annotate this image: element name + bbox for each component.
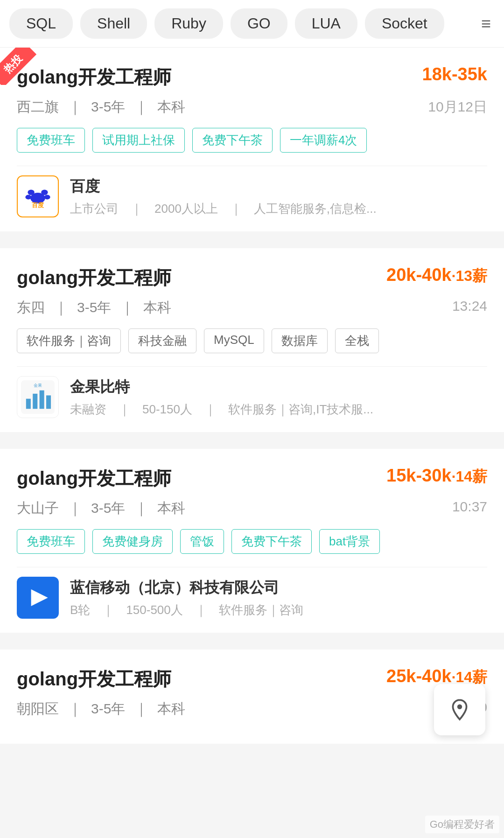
job-experience: 3-5年 bbox=[77, 298, 111, 317]
svg-text:金果: 金果 bbox=[34, 383, 42, 388]
job-title: golang开发工程师 bbox=[17, 265, 171, 291]
job-location: 大山子 bbox=[17, 499, 59, 518]
company-info: 金果比特 未融资 ｜ 50-150人 ｜ 软件服务｜咨询,IT技术服... bbox=[70, 377, 487, 418]
separator2: ｜ bbox=[120, 298, 134, 317]
company-logo bbox=[17, 577, 59, 619]
company-desc: 未融资 ｜ 50-150人 ｜ 软件服务｜咨询,IT技术服... bbox=[70, 401, 487, 418]
svg-rect-11 bbox=[46, 395, 51, 409]
job-education: 本科 bbox=[157, 499, 185, 518]
filter-tab-go[interactable]: GO bbox=[231, 8, 287, 39]
company-info: 百度 上市公司 ｜ 2000人以上 ｜ 人工智能服务,信息检... bbox=[70, 176, 487, 217]
svg-rect-9 bbox=[33, 394, 37, 409]
job-tag: 免费班车 bbox=[17, 128, 85, 153]
job-location: 东四 bbox=[17, 298, 45, 317]
job-experience: 3-5年 bbox=[91, 98, 125, 117]
job-title: golang开发工程师 bbox=[17, 64, 171, 90]
job-location: 西二旗 bbox=[17, 98, 59, 117]
job-tag: 软件服务｜咨询 bbox=[17, 328, 121, 353]
jobs-container: 热投 golang开发工程师 18k-35k 西二旗 ｜ 3-5年 ｜ 本科 1… bbox=[0, 48, 504, 744]
job-tag: 试用期上社保 bbox=[92, 128, 185, 153]
job-header: golang开发工程师 20k-40k·13薪 bbox=[17, 265, 487, 291]
job-tag: 一年调薪4次 bbox=[280, 128, 367, 153]
job-meta: 朝阳区 ｜ 3-5年 ｜ 本科 09:50 bbox=[17, 699, 487, 719]
separator: ｜ bbox=[68, 499, 82, 518]
job-tag: MySQL bbox=[204, 328, 264, 353]
job-experience: 3-5年 bbox=[91, 499, 125, 518]
watermark: Go编程爱好者 bbox=[425, 816, 499, 833]
separator: ｜ bbox=[54, 298, 68, 317]
filter-tab-lua[interactable]: LUA bbox=[295, 8, 357, 39]
job-tag: 数据库 bbox=[272, 328, 328, 353]
job-location: 朝阳区 bbox=[17, 699, 59, 719]
company-row: 金果 金果比特 未融资 ｜ 50-150人 ｜ 软件服务｜咨询,IT技术服... bbox=[17, 366, 487, 418]
filter-bar: SQLShellRubyGOLUASocket≡ bbox=[0, 0, 504, 48]
svg-text:百度: 百度 bbox=[32, 202, 44, 209]
company-desc: 上市公司 ｜ 2000人以上 ｜ 人工智能服务,信息检... bbox=[70, 201, 487, 217]
job-tags: 免费班车免费健身房管饭免费下午茶bat背景 bbox=[17, 529, 487, 554]
filter-tab-sql[interactable]: SQL bbox=[9, 8, 73, 39]
job-card-job3[interactable]: golang开发工程师 15k-30k·14薪 大山子 ｜ 3-5年 ｜ 本科 … bbox=[0, 449, 504, 633]
svg-point-2 bbox=[28, 190, 34, 196]
card-divider bbox=[0, 240, 504, 248]
filter-tab-ruby[interactable]: Ruby bbox=[154, 8, 223, 39]
job-date: 13:24 bbox=[452, 298, 487, 317]
company-info: 蓝信移动（北京）科技有限公司 B轮 ｜ 150-500人 ｜ 软件服务｜咨询 bbox=[70, 578, 487, 618]
company-row: 百度 百度 上市公司 ｜ 2000人以上 ｜ 人工智能服务,信息检... bbox=[17, 166, 487, 217]
job-card-job4[interactable]: golang开发工程师 25k-40k·14薪 朝阳区 ｜ 3-5年 ｜ 本科 … bbox=[0, 649, 504, 744]
job-meta: 西二旗 ｜ 3-5年 ｜ 本科 10月12日 bbox=[17, 98, 487, 117]
job-tag: 管饭 bbox=[180, 529, 224, 554]
job-header: golang开发工程师 15k-30k·14薪 bbox=[17, 466, 487, 491]
svg-rect-8 bbox=[26, 399, 31, 409]
job-title: golang开发工程师 bbox=[17, 666, 171, 692]
job-tag: 免费下午茶 bbox=[231, 529, 312, 554]
job-meta: 东四 ｜ 3-5年 ｜ 本科 13:24 bbox=[17, 298, 487, 317]
job-meta: 大山子 ｜ 3-5年 ｜ 本科 10:37 bbox=[17, 499, 487, 518]
card-divider bbox=[0, 641, 504, 649]
menu-icon[interactable]: ≡ bbox=[477, 10, 495, 37]
hot-badge-text: 热投 bbox=[0, 48, 36, 85]
company-name: 蓝信移动（北京）科技有限公司 bbox=[70, 578, 487, 598]
separator: ｜ bbox=[68, 98, 82, 117]
svg-point-3 bbox=[41, 190, 48, 196]
job-date: 10:37 bbox=[452, 499, 487, 518]
job-tag: 科技金融 bbox=[128, 328, 196, 353]
separator2: ｜ bbox=[134, 499, 148, 518]
company-name: 百度 bbox=[70, 176, 487, 197]
filter-tab-shell[interactable]: Shell bbox=[80, 8, 147, 39]
filter-tab-socket[interactable]: Socket bbox=[365, 8, 444, 39]
company-logo: 百度 bbox=[17, 175, 59, 217]
job-card-job2[interactable]: golang开发工程师 20k-40k·13薪 东四 ｜ 3-5年 ｜ 本科 1… bbox=[0, 248, 504, 432]
job-tag: 免费下午茶 bbox=[192, 128, 273, 153]
job-tag: 免费健身房 bbox=[92, 529, 173, 554]
job-tag: 全栈 bbox=[335, 328, 379, 353]
job-salary: 15k-30k·14薪 bbox=[386, 466, 487, 487]
job-title: golang开发工程师 bbox=[17, 466, 171, 491]
company-logo: 金果 bbox=[17, 376, 59, 418]
job-header: golang开发工程师 18k-35k bbox=[17, 64, 487, 90]
job-education: 本科 bbox=[157, 98, 185, 117]
card-divider bbox=[0, 440, 504, 449]
separator: ｜ bbox=[68, 699, 82, 719]
job-tag: bat背景 bbox=[319, 529, 380, 554]
job-salary: 18k-35k bbox=[422, 64, 487, 84]
job-tag: 免费班车 bbox=[17, 529, 85, 554]
company-name: 金果比特 bbox=[70, 377, 487, 398]
job-header: golang开发工程师 25k-40k·14薪 bbox=[17, 666, 487, 692]
svg-point-15 bbox=[457, 705, 462, 709]
job-education: 本科 bbox=[143, 298, 171, 317]
company-row: 蓝信移动（北京）科技有限公司 B轮 ｜ 150-500人 ｜ 软件服务｜咨询 bbox=[17, 567, 487, 619]
job-card-job1[interactable]: 热投 golang开发工程师 18k-35k 西二旗 ｜ 3-5年 ｜ 本科 1… bbox=[0, 48, 504, 231]
svg-point-5 bbox=[44, 195, 50, 199]
job-date: 10月12日 bbox=[428, 98, 487, 117]
svg-point-4 bbox=[25, 195, 31, 199]
job-tags: 软件服务｜咨询科技金融MySQL数据库全栈 bbox=[17, 328, 487, 353]
separator2: ｜ bbox=[134, 98, 148, 117]
job-tags: 免费班车试用期上社保免费下午茶一年调薪4次 bbox=[17, 128, 487, 153]
job-education: 本科 bbox=[157, 699, 185, 719]
separator2: ｜ bbox=[134, 699, 148, 719]
location-float-button[interactable] bbox=[434, 684, 485, 735]
job-salary: 20k-40k·13薪 bbox=[386, 265, 487, 286]
job-experience: 3-5年 bbox=[91, 699, 125, 719]
hot-badge: 热投 bbox=[0, 48, 37, 85]
company-desc: B轮 ｜ 150-500人 ｜ 软件服务｜咨询 bbox=[70, 602, 487, 618]
